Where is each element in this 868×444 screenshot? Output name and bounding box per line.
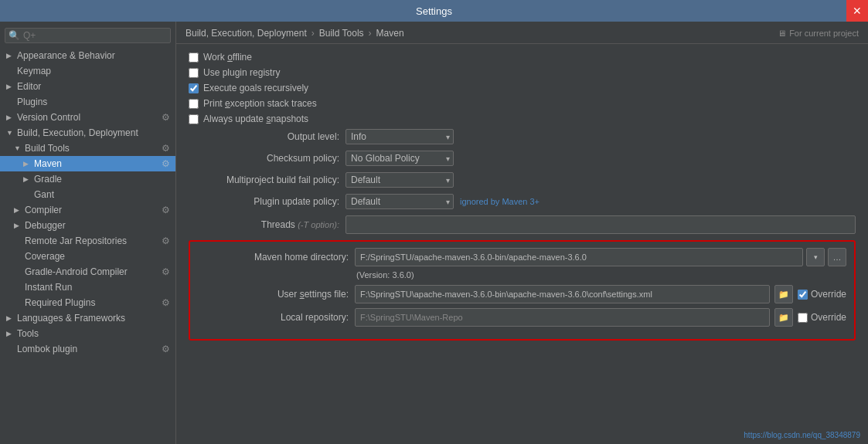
project-label: For current project	[789, 29, 859, 38]
sidebar-item-appearance[interactable]: ▶ Appearance & Behavior	[0, 48, 175, 63]
search-box[interactable]: 🔍	[5, 28, 171, 43]
user-settings-input-row: 📁 Override	[355, 285, 846, 303]
sidebar-item-build-tools[interactable]: ▼ Build Tools ⚙	[0, 141, 175, 156]
expand-icon	[14, 237, 23, 245]
sidebar-item-label: Languages & Frameworks	[17, 313, 125, 324]
expand-icon	[6, 67, 15, 75]
expand-icon: ▶	[23, 160, 32, 168]
sidebar-item-gradle[interactable]: ▶ Gradle	[0, 171, 175, 187]
expand-icon: ▼	[6, 129, 15, 137]
config-icon: ⚙	[162, 112, 172, 123]
multiproject-policy-label: Multiproject build fail policy:	[189, 175, 339, 185]
execute-goals-checkbox[interactable]	[189, 83, 199, 93]
checksum-policy-select-wrapper: No Global Policy Warn Fail Ignore	[345, 151, 454, 166]
sidebar-item-compiler[interactable]: ▶ Compiler ⚙	[0, 202, 175, 218]
maven-home-box: Maven home directory: ▾ … (Version: 3.6.…	[189, 240, 856, 341]
sidebar-item-label: Lombok plugin	[17, 344, 77, 354]
local-repo-override-checkbox[interactable]	[798, 313, 808, 323]
sidebar-item-label: Gradle	[34, 174, 62, 185]
local-repo-browse-btn[interactable]: 📁	[774, 308, 793, 327]
work-offline-row: Work offline	[189, 52, 856, 63]
print-exception-checkbox[interactable]	[189, 99, 199, 109]
execute-goals-label: Execute goals recursively	[203, 83, 308, 93]
local-repo-input[interactable]	[355, 308, 770, 327]
content-body: Work offline Use plugin registry Execute…	[176, 44, 868, 444]
sidebar-item-lombok[interactable]: Lombok plugin ⚙	[0, 341, 175, 357]
sidebar-item-label: Compiler	[25, 205, 62, 215]
plugin-update-select[interactable]: Default Never Always Daily	[345, 194, 454, 209]
sidebar-item-label: Build, Execution, Deployment	[17, 127, 138, 138]
output-level-select-wrapper: Info Debug Warning Error	[345, 129, 454, 144]
user-settings-row: User settings file: 📁 Override	[198, 285, 846, 303]
config-icon: ⚙	[162, 297, 172, 308]
maven-home-row: Maven home directory: ▾ …	[198, 248, 846, 266]
close-button[interactable]: ✕	[846, 0, 868, 22]
sidebar-item-label: Gant	[34, 189, 54, 200]
sidebar-item-maven[interactable]: ▶ Maven ⚙	[0, 156, 175, 171]
multiproject-policy-row: Multiproject build fail policy: Default …	[189, 172, 856, 188]
expand-icon	[14, 283, 23, 291]
sidebar-item-label: Tools	[17, 328, 39, 339]
user-settings-label: User settings file:	[198, 289, 349, 300]
expand-icon: ▶	[6, 83, 15, 90]
sidebar-item-remote-jar[interactable]: Remote Jar Repositories ⚙	[0, 233, 175, 249]
sidebar-item-build-execution[interactable]: ▼ Build, Execution, Deployment	[0, 125, 175, 141]
sidebar-item-required-plugins[interactable]: Required Plugins ⚙	[0, 295, 175, 310]
user-settings-override-row: Override	[798, 289, 846, 300]
checksum-policy-label: Checksum policy:	[189, 153, 339, 164]
content-area: Build, Execution, Deployment › Build Too…	[176, 22, 868, 444]
sidebar-item-label: Version Control	[17, 112, 80, 123]
print-exception-label: Print exception stack traces	[203, 98, 317, 109]
config-icon: ⚙	[162, 205, 172, 215]
always-update-row: Always update snapshots	[189, 114, 856, 124]
always-update-label: Always update snapshots	[203, 114, 308, 124]
multiproject-policy-select[interactable]: Default Never Always	[345, 172, 454, 188]
sidebar-item-debugger[interactable]: ▶ Debugger	[0, 218, 175, 233]
sidebar-item-gant[interactable]: Gant	[0, 187, 175, 202]
sidebar-item-coverage[interactable]: Coverage	[0, 249, 175, 264]
search-icon: 🔍	[9, 30, 20, 41]
breadcrumb-part3: Maven	[376, 28, 404, 39]
use-plugin-label: Use plugin registry	[203, 67, 280, 78]
expand-icon	[6, 98, 15, 106]
sidebar-item-plugins[interactable]: Plugins	[0, 94, 175, 110]
breadcrumb-sep1: ›	[311, 28, 315, 39]
use-plugin-checkbox[interactable]	[189, 68, 199, 78]
checksum-policy-select[interactable]: No Global Policy Warn Fail Ignore	[345, 151, 454, 166]
maven-home-input[interactable]	[355, 248, 803, 266]
threads-input[interactable]	[345, 215, 856, 234]
window-title: Settings	[416, 5, 452, 17]
local-repo-override-label: Override	[811, 312, 846, 323]
always-update-checkbox[interactable]	[189, 114, 199, 124]
sidebar-item-keymap[interactable]: Keymap	[0, 63, 175, 79]
plugin-update-wrapper: Default Never Always Daily ignored by Ma…	[345, 194, 540, 209]
project-icon: 🖥	[778, 29, 786, 38]
sidebar-item-tools[interactable]: ▶ Tools	[0, 326, 175, 341]
sidebar-item-label: Gradle-Android Compiler	[25, 266, 128, 277]
maven-home-dropdown-btn[interactable]: ▾	[806, 248, 825, 266]
work-offline-checkbox[interactable]	[189, 53, 199, 63]
breadcrumb-part1: Build, Execution, Deployment	[186, 28, 307, 39]
config-icon: ⚙	[162, 344, 172, 354]
sidebar-item-label: Editor	[17, 81, 41, 92]
sidebar: 🔍 ▶ Appearance & Behavior Keymap ▶ Edito…	[0, 22, 176, 444]
user-settings-override-checkbox[interactable]	[798, 290, 808, 300]
output-level-select[interactable]: Info Debug Warning Error	[345, 129, 454, 144]
sidebar-item-languages[interactable]: ▶ Languages & Frameworks	[0, 310, 175, 326]
expand-icon: ▶	[14, 206, 23, 214]
user-settings-browse-btn[interactable]: 📁	[774, 285, 793, 303]
search-input[interactable]	[23, 30, 167, 41]
user-settings-input[interactable]	[355, 285, 770, 303]
sidebar-item-label: Instant Run	[25, 282, 72, 293]
user-settings-override-label: Override	[811, 289, 846, 300]
local-repo-label: Local repository:	[198, 312, 349, 323]
maven-version-row: (Version: 3.6.0)	[198, 269, 846, 280]
sidebar-item-instant-run[interactable]: Instant Run	[0, 280, 175, 295]
maven-home-more-btn[interactable]: …	[828, 248, 846, 266]
sidebar-item-editor[interactable]: ▶ Editor	[0, 79, 175, 94]
sidebar-item-gradle-android[interactable]: Gradle-Android Compiler ⚙	[0, 264, 175, 280]
output-level-label: Output level:	[189, 131, 339, 142]
sidebar-item-version-control[interactable]: ▶ Version Control ⚙	[0, 110, 175, 125]
execute-goals-row: Execute goals recursively	[189, 83, 856, 93]
expand-icon: ▶	[6, 330, 15, 337]
